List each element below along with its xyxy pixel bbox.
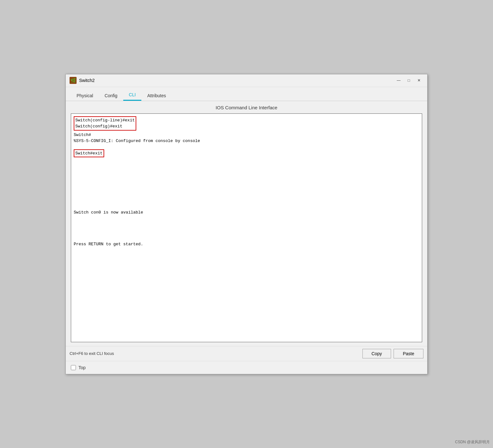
content-area: IOS Command Line Interface Switch(config… — [66, 101, 427, 346]
app-icon: 🌿 — [70, 77, 77, 84]
minimize-button[interactable]: — — [394, 77, 403, 84]
cli-line-syslog: %SYS-5-CONFIG_I: Configured from console… — [74, 138, 419, 144]
maximize-button[interactable]: □ — [404, 77, 413, 84]
title-bar-left: 🌿 Switch2 — [70, 77, 95, 84]
tab-config[interactable]: Config — [99, 91, 123, 101]
copy-button[interactable]: Copy — [362, 349, 391, 358]
cli-line-press-return: Press RETURN to get started. — [74, 241, 419, 248]
cli-output[interactable]: Switch(config-line)#exitSwitch(config)#e… — [71, 114, 422, 342]
section-title: IOS Command Line Interface — [71, 105, 422, 110]
cli-line-con0: Switch con0 is now available — [74, 209, 419, 216]
top-checkbox[interactable] — [71, 365, 76, 370]
watermark: CSDN @凌风辞明月 — [455, 439, 490, 445]
bottom-buttons: Copy Paste — [362, 349, 424, 358]
title-controls: — □ ✕ — [394, 77, 423, 84]
paste-button[interactable]: Paste — [394, 349, 423, 358]
bottom-bar: Ctrl+F6 to exit CLI focus Copy Paste — [66, 346, 427, 361]
title-bar: 🌿 Switch2 — □ ✕ — [66, 74, 427, 87]
close-button[interactable]: ✕ — [415, 77, 423, 84]
footer-bar: Top — [66, 361, 427, 374]
tab-bar: Physical Config CLI Attributes — [66, 87, 427, 101]
tab-attributes[interactable]: Attributes — [141, 91, 172, 101]
cli-line-switch: Switch# — [74, 132, 419, 138]
top-label: Top — [78, 365, 86, 370]
tab-physical[interactable]: Physical — [71, 91, 99, 101]
cli-container[interactable]: Switch(config-line)#exitSwitch(config)#e… — [71, 113, 422, 342]
main-window: 🌿 Switch2 — □ ✕ Physical Config CLI Attr… — [65, 74, 428, 374]
tab-cli[interactable]: CLI — [123, 90, 142, 101]
cli-highlight-1: Switch(config-line)#exitSwitch(config)#e… — [74, 116, 136, 131]
cli-highlight-2: Switch#exit — [74, 149, 104, 158]
cli-hint: Ctrl+F6 to exit CLI focus — [70, 351, 114, 356]
window-title: Switch2 — [79, 78, 95, 83]
